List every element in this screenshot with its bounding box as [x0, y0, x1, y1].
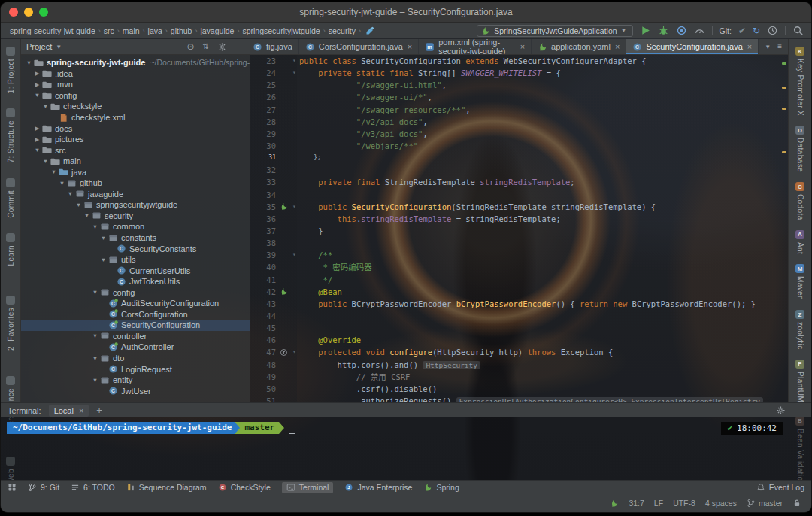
chevron-down-icon[interactable]: ▼ — [99, 235, 108, 241]
minimize-window-button[interactable] — [24, 8, 33, 17]
code-editor[interactable]: 23▾public class SecurityConfiguration ex… — [250, 55, 788, 402]
chevron-down-icon[interactable]: ▼ — [91, 355, 99, 362]
tool-stripe-button[interactable]: 1: Project — [6, 47, 15, 93]
code-line[interactable]: 43 public BCryptPasswordEncoder bCryptPa… — [250, 298, 788, 310]
chevron-down-icon[interactable]: ▼ — [83, 212, 91, 219]
event-log-button[interactable]: Event Log — [756, 483, 804, 492]
chevron-down-icon[interactable]: ▼ — [56, 44, 62, 50]
fold-marker-icon[interactable]: ▾ — [289, 67, 299, 79]
close-icon[interactable]: × — [615, 42, 620, 51]
editor-tab[interactable]: application.yaml× — [532, 39, 626, 54]
tool-stripe-button[interactable]: DDatabase — [795, 126, 804, 172]
tree-item[interactable]: ▼dto — [21, 353, 250, 364]
tree-item[interactable]: CCurrentUserUtils — [21, 265, 250, 276]
code-line[interactable]: 39▾ /** — [250, 249, 788, 261]
tool-stripe-button[interactable]: 2: Favorites — [6, 296, 15, 351]
code-line[interactable]: 26 "/swagger-ui/*", — [250, 91, 788, 103]
tool-stripe-button[interactable]: Commit — [6, 178, 15, 218]
chevron-down-icon[interactable]: ▼ — [91, 332, 99, 339]
fold-marker-icon[interactable]: ▾ — [289, 55, 299, 67]
chevron-down-icon[interactable]: ▼ — [74, 202, 83, 208]
tree-item[interactable]: ▶pictures — [21, 134, 250, 145]
editor-tab[interactable]: mpom.xml (spring-security-jwt-guide)× — [419, 39, 532, 54]
tool-stripe-button[interactable]: 7: Structure — [6, 108, 15, 163]
chevron-down-icon[interactable]: ▼ — [41, 103, 50, 110]
gear-icon[interactable] — [776, 405, 786, 415]
code-line[interactable]: 38 — [250, 237, 788, 249]
run-config-select[interactable]: SpringSecurityJwtGuideApplication ▼ — [477, 25, 632, 37]
code-line[interactable]: 48 http.cors().and() HttpSecurity — [250, 359, 788, 371]
chevron-right-icon[interactable]: ▶ — [33, 70, 41, 77]
tool-window-button[interactable]: Terminal — [282, 482, 334, 493]
chevron-right-icon[interactable]: ▶ — [33, 125, 41, 132]
code-line[interactable]: 33 private final StringRedisTemplate str… — [250, 176, 788, 188]
tool-window-switcher-icon[interactable] — [8, 483, 17, 492]
breadcrumb-item[interactable]: javaguide — [198, 26, 235, 35]
chevron-down-icon[interactable]: ▼ — [50, 168, 58, 175]
code-line[interactable]: 41 */ — [250, 274, 788, 286]
close-icon[interactable]: × — [747, 42, 752, 51]
tree-item[interactable]: ▼config — [21, 90, 250, 102]
tool-stripe-button[interactable]: MMaven — [795, 264, 804, 300]
status-31-7[interactable]: 31:7 — [629, 499, 644, 508]
tree-item[interactable]: ▼springsecurityjwtguide — [21, 199, 250, 211]
tree-item[interactable]: ▶docs — [21, 123, 250, 134]
tool-stripe-button[interactable]: CCodota — [795, 182, 804, 220]
status-lf[interactable]: LF — [654, 499, 663, 508]
tree-item[interactable]: ▼github — [21, 178, 250, 189]
tree-item[interactable]: ▼common — [21, 221, 250, 232]
scrollbar-error-stripe[interactable] — [780, 55, 788, 402]
tree-item[interactable]: ▼java — [21, 166, 250, 178]
hide-panel-button[interactable]: — — [235, 42, 244, 51]
run-button[interactable] — [640, 25, 651, 36]
tool-window-button[interactable]: Spring — [423, 483, 459, 492]
tool-window-button[interactable]: Sequence Diagram — [126, 483, 207, 492]
tree-item[interactable]: CLoginRequest — [21, 363, 250, 375]
history-button[interactable] — [767, 25, 778, 36]
chevron-down-icon[interactable]: ▼ — [41, 158, 50, 165]
tree-item[interactable]: ▼checkstyle — [21, 101, 250, 112]
code-line[interactable]: 30 "/webjars/**" — [250, 140, 788, 152]
chevron-down-icon[interactable]: ▼ — [91, 223, 99, 230]
fold-marker-icon[interactable]: ▾ — [289, 249, 299, 261]
tree-item[interactable]: CAuthController — [21, 341, 250, 353]
commit-check-button[interactable]: ✔ — [738, 26, 746, 35]
code-line[interactable]: 31 }; — [250, 152, 788, 164]
chevron-down-icon[interactable]: ▼ — [58, 180, 66, 187]
code-line[interactable]: 42 @Bean — [250, 286, 788, 298]
locate-file-button[interactable]: ⊙ — [187, 42, 195, 51]
code-line[interactable]: 29 "/v3/api-docs", — [250, 128, 788, 140]
search-everywhere-button[interactable] — [792, 25, 804, 36]
code-line[interactable]: 50 .csrf().disable() — [250, 383, 788, 395]
tree-item[interactable]: CJwtUser — [21, 385, 250, 396]
code-line[interactable]: 23▾public class SecurityConfiguration ex… — [250, 55, 788, 67]
chevron-down-icon[interactable]: ▼ — [33, 92, 41, 99]
chevron-down-icon[interactable]: ▼ — [91, 289, 99, 296]
spring-bean-icon[interactable] — [278, 286, 289, 298]
tree-item[interactable]: ▼utils — [21, 254, 250, 266]
editor-tab[interactable]: CCorsConfiguration.java× — [299, 39, 419, 54]
chevron-right-icon[interactable]: ▶ — [33, 136, 41, 143]
override-icon[interactable] — [278, 346, 289, 358]
code-line[interactable]: 34 — [250, 189, 788, 201]
chevron-right-icon[interactable]: ▶ — [33, 81, 41, 88]
tree-item[interactable]: ▼main — [21, 156, 250, 167]
tree-item[interactable]: ▼javaguide — [21, 189, 250, 200]
tree-item[interactable]: ▼controller — [21, 331, 250, 342]
close-icon[interactable]: × — [79, 406, 83, 415]
tree-item[interactable]: checkstyle.xml — [21, 112, 250, 123]
code-line[interactable]: 32 — [250, 164, 788, 176]
code-line[interactable]: 28 "/v2/api-docs", — [250, 116, 788, 128]
tree-item[interactable]: ▼spring-security-jwt-guide~/Documents/Gi… — [21, 57, 250, 68]
tool-stripe-button[interactable]: PPlantUML — [795, 360, 804, 407]
code-line[interactable]: 25 "/swagger-ui.html", — [250, 79, 788, 91]
spring-bean-icon[interactable] — [278, 201, 289, 213]
code-line[interactable]: 36 this.stringRedisTemplate = stringRedi… — [250, 213, 788, 225]
close-icon[interactable]: × — [520, 42, 525, 51]
chevron-down-icon[interactable]: ▼ — [99, 256, 108, 263]
code-line[interactable]: 24▾ private static final String[] SWAGGE… — [250, 67, 788, 79]
tool-stripe-button[interactable]: Learn — [6, 233, 15, 266]
tool-stripe-button[interactable]: Zzoolytic — [795, 310, 804, 350]
project-panel-title[interactable]: Project — [26, 42, 52, 51]
debug-button[interactable] — [658, 25, 669, 36]
